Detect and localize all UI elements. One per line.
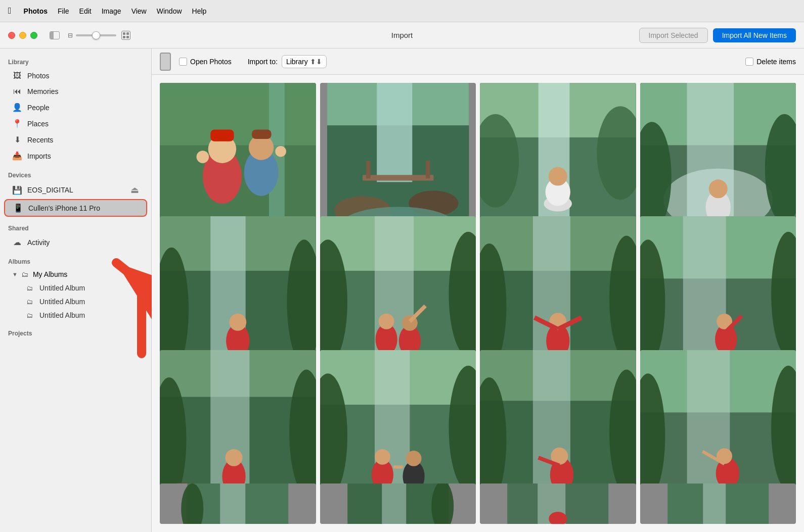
photo-cell-8[interactable] [640,216,796,372]
photo-cell-16[interactable] [640,483,796,524]
svg-point-9 [196,151,209,163]
menu-photos[interactable]: Photos [24,7,48,15]
svg-point-87 [374,449,390,465]
window-title: Import [391,31,413,39]
open-photos-checkbox-label[interactable]: Open Photos [179,58,232,66]
menu-image[interactable]: Image [102,7,121,15]
sidebar-item-people[interactable]: 👤 People [4,100,147,115]
library-section-label: Library [0,55,151,68]
delete-items-checkbox[interactable] [745,58,753,66]
sidebar-item-eos-digital[interactable]: 💾 EOS_DIGITAL ⏏ [4,181,147,199]
title-bar: ⊟ Import Import Selected Import All New … [0,22,804,49]
chevron-down-icon: ▼ [12,271,18,277]
photo-cell-12[interactable] [640,350,796,506]
sidebar-memories-label: Memories [27,87,58,95]
svg-rect-116 [382,483,406,524]
device-icon-button[interactable] [160,53,171,71]
svg-point-48 [378,314,394,329]
people-icon: 👤 [12,103,22,112]
menu-view[interactable]: View [131,7,147,15]
traffic-lights [0,32,46,39]
minimize-button[interactable] [19,32,26,39]
places-icon: 📍 [12,119,22,128]
photo-cell-13[interactable] [160,483,316,524]
my-albums-label: My Albums [33,270,67,278]
svg-rect-113 [220,483,245,524]
open-photos-label: Open Photos [190,58,232,66]
svg-point-33 [708,179,727,198]
zoom-out-icon: ⊟ [68,32,73,39]
photo-cell-4[interactable] [640,83,796,239]
memories-icon: ⏮ [12,87,22,96]
sidebar-item-untitled-album-2[interactable]: 🗂 Untitled Album [4,295,147,308]
sidebar-item-photos[interactable]: 🖼 Photos [4,68,147,83]
import-selected-button[interactable]: Import Selected [639,28,708,43]
svg-rect-17 [366,161,370,178]
sidebar-item-imports[interactable]: 📥 Imports [4,148,147,164]
svg-point-117 [431,483,454,524]
menu-help[interactable]: Help [192,7,207,15]
grid-view-icon[interactable] [121,31,130,40]
sidebar-item-activity[interactable]: ☁ Activity [4,234,147,250]
sidebar-item-memories[interactable]: ⏮ Memories [4,84,147,99]
sidebar-places-label: Places [27,120,49,128]
photo-cell-10[interactable] [320,350,476,506]
apple-logo-icon[interactable]:  [8,6,12,16]
sidebar-toggle-button[interactable] [50,31,60,39]
delete-items-label: Delete items [756,58,796,66]
photo-cell-7[interactable] [480,216,636,372]
sidebar-imports-label: Imports [27,152,51,160]
photo-grid [152,75,804,532]
main-layout: Library 🖼 Photos ⏮ Memories 👤 People 📍 P… [0,49,804,532]
photo-cell-3[interactable] [480,83,636,239]
my-albums-row[interactable]: ▼ 🗂 My Albums [4,268,147,281]
shared-section-label: Shared [0,221,151,234]
maximize-button[interactable] [30,32,37,39]
untitled-album-3-label: Untitled Album [39,311,85,319]
svg-rect-18 [425,161,429,178]
chevron-updown-icon: ⬆⬇ [310,58,322,66]
photo-cell-9[interactable] [160,350,316,506]
eos-digital-icon: 💾 [12,185,22,195]
imports-icon: 📥 [12,151,22,161]
menu-file[interactable]: File [58,7,69,15]
import-to-value: Library [286,58,308,66]
import-to-label: Import to: [248,58,278,66]
sidebar-item-iphone[interactable]: 📱 Cullen's iPhone 11 Pro [4,199,147,217]
svg-point-10 [275,146,286,157]
menu-window[interactable]: Window [157,7,182,15]
untitled-album-1-label: Untitled Album [39,284,85,292]
eject-icon[interactable]: ⏏ [130,184,139,196]
sidebar-item-places[interactable]: 📍 Places [4,116,147,131]
svg-point-42 [229,314,246,331]
import-all-button[interactable]: Import All New Items [713,28,796,42]
activity-icon: ☁ [12,237,22,247]
albums-section-label: Albums [0,254,151,267]
menu-edit[interactable]: Edit [79,7,92,15]
zoom-slider[interactable] [76,34,116,36]
sidebar-item-recents[interactable]: ⬇ Recents [4,132,147,148]
sidebar-item-untitled-album-1[interactable]: 🗂 Untitled Album [4,281,147,295]
close-button[interactable] [8,32,15,39]
import-to-select[interactable]: Library ⬆⬇ [282,55,327,68]
sidebar-photos-label: Photos [27,72,50,80]
photo-cell-2[interactable] [320,83,476,239]
svg-point-79 [226,449,243,466]
photo-cell-6[interactable] [320,216,476,372]
album-icon-2: 🗂 [24,298,34,306]
sidebar-item-untitled-album-3[interactable]: 🗂 Untitled Album [4,309,147,322]
untitled-album-2-label: Untitled Album [39,298,85,306]
open-photos-checkbox[interactable] [179,58,187,66]
svg-rect-16 [363,175,433,180]
sidebar-people-label: People [27,104,50,112]
photo-cell-1[interactable] [160,83,316,239]
photo-cell-11[interactable] [480,350,636,506]
photo-cell-15[interactable] [480,483,636,524]
devices-section-label: Devices [0,168,151,181]
svg-rect-122 [703,483,726,524]
photo-cell-5[interactable] [160,216,316,372]
zoom-slider-area[interactable]: ⊟ [68,31,130,40]
delete-items-container: Delete items [745,58,796,66]
svg-rect-13 [377,83,412,182]
photo-cell-14[interactable] [320,483,476,524]
